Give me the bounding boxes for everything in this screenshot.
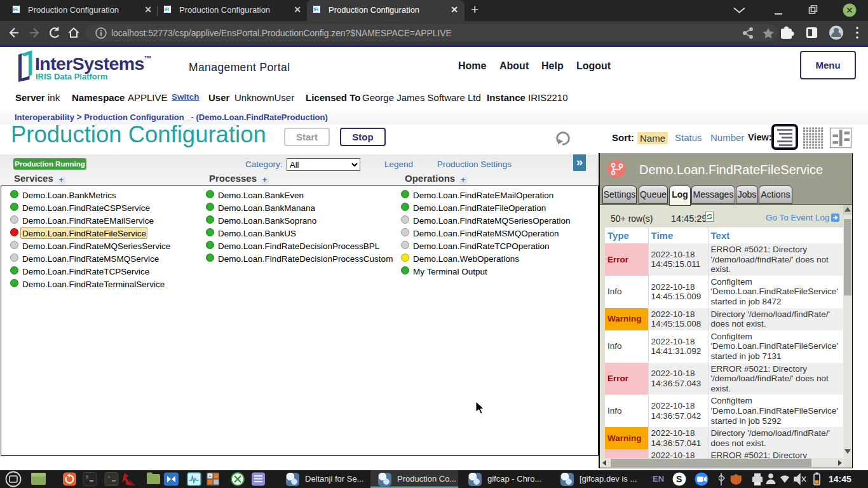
svg-text:S: S (676, 474, 682, 484)
svg-text:>: > (107, 474, 111, 480)
svg-text:$: $ (86, 475, 88, 480)
svg-text:-: - (215, 473, 217, 479)
svg-text:+: + (208, 473, 212, 479)
